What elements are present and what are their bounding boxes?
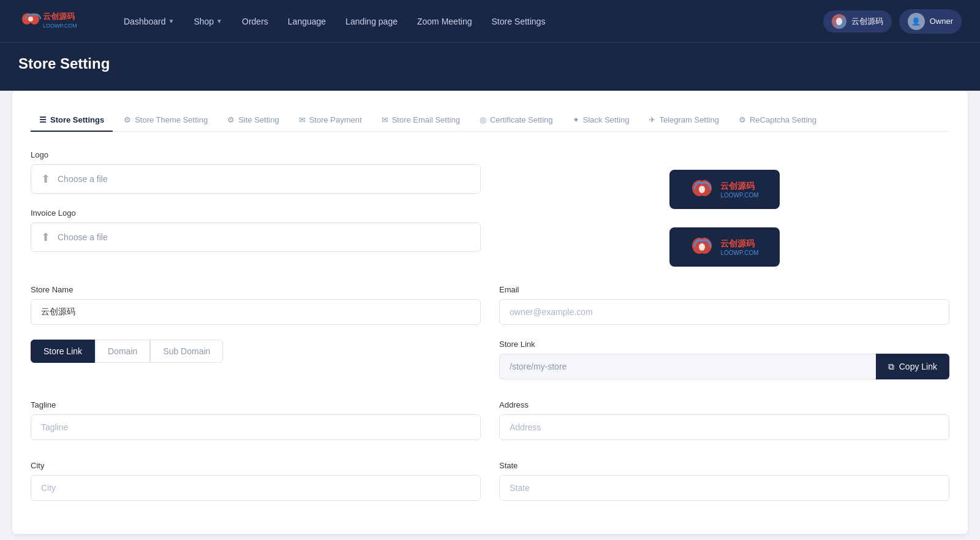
link-type-tabs: Store Link Domain Sub Domain (31, 340, 481, 363)
email-input[interactable] (499, 299, 949, 325)
link-tab-store-link[interactable]: Store Link (31, 340, 95, 363)
main-content: ☰ Store Settings ⚙ Store Theme Setting ⚙… (0, 91, 980, 540)
city-label: City (31, 461, 481, 470)
tab-store-theme-setting[interactable]: ⚙ Store Theme Setting (115, 109, 216, 132)
certificate-icon: ◎ (480, 115, 486, 124)
brand-badge: 云创源码 (823, 10, 892, 32)
store-link-section: Store Link Domain Sub Domain Store Link … (31, 340, 949, 394)
tab-telegram-setting[interactable]: ✈ Telegram Setting (640, 109, 728, 132)
store-link-label: Store Link (499, 340, 949, 349)
store-name-email-section: Store Name Email (31, 285, 949, 340)
nav-dashboard[interactable]: Dashboard ▼ (116, 12, 181, 31)
logo-right-col: 云创源码 LOOWP.COM 云创源码 (499, 150, 949, 273)
nav-landing-page[interactable]: Landing page (338, 12, 405, 31)
tab-store-payment[interactable]: ✉ Store Payment (290, 109, 371, 132)
settings-card: ☰ Store Settings ⚙ Store Theme Setting ⚙… (12, 91, 968, 534)
nav-zoom-meeting[interactable]: Zoom Meeting (410, 12, 479, 31)
nav-language[interactable]: Language (281, 12, 333, 31)
copy-link-button[interactable]: ⧉ Copy Link (876, 354, 949, 379)
address-section: Address (499, 400, 949, 440)
brand-avatar-icon (832, 14, 846, 29)
logo-file-input[interactable]: ⬆ Choose a file (31, 164, 481, 194)
tab-slack-setting[interactable]: ✦ Slack Setting (564, 109, 638, 132)
email-label: Email (499, 285, 949, 294)
svg-point-4 (699, 243, 705, 251)
address-label: Address (499, 400, 949, 409)
logo-form-section: Logo ⬆ Choose a file (31, 150, 481, 194)
svg-text:云创源码: 云创源码 (43, 12, 75, 21)
store-name-label: Store Name (31, 285, 481, 294)
nav-shop[interactable]: Shop ▼ (186, 12, 230, 31)
city-input[interactable] (31, 475, 481, 501)
navbar: 云创源码 LOOWP.COM Dashboard ▼ Shop ▼ Orders… (0, 0, 980, 43)
theme-setting-icon: ⚙ (124, 115, 131, 124)
tagline-label: Tagline (31, 400, 481, 409)
chevron-down-icon: ▼ (216, 18, 222, 25)
invoice-logo-form-section: Invoice Logo ⬆ Choose a file (31, 208, 481, 252)
copy-icon: ⧉ (888, 362, 894, 372)
store-settings-icon: ☰ (39, 115, 47, 124)
store-link-left: Store Link Domain Sub Domain (31, 340, 481, 373)
avatar: 👤 (908, 13, 925, 30)
city-section: City (31, 461, 481, 501)
state-label: State (499, 461, 949, 470)
tagline-input[interactable] (31, 414, 481, 440)
link-tab-sub-domain[interactable]: Sub Domain (150, 340, 223, 363)
navbar-right: 云创源码 👤 Owner (823, 9, 962, 34)
store-link-field-section: Store Link ⧉ Copy Link (499, 340, 949, 379)
upload-icon: ⬆ (41, 172, 50, 186)
copy-link-wrapper: ⧉ Copy Link (499, 354, 949, 379)
logo-preview-1: 云创源码 LOOWP.COM (499, 164, 949, 215)
logo-label: Logo (31, 150, 481, 159)
tabs-bar: ☰ Store Settings ⚙ Store Theme Setting ⚙… (31, 109, 949, 132)
tab-store-settings[interactable]: ☰ Store Settings (31, 109, 113, 132)
nav-orders[interactable]: Orders (235, 12, 276, 31)
logo-section: Logo ⬆ Choose a file Invoice Logo ⬆ Choo… (31, 150, 949, 273)
svg-point-0 (28, 17, 33, 21)
invoice-logo-file-input[interactable]: ⬆ Choose a file (31, 222, 481, 252)
state-input[interactable] (499, 475, 949, 501)
page-header: Store Setting (0, 43, 980, 91)
nav-menu: Dashboard ▼ Shop ▼ Orders Language Landi… (116, 12, 823, 31)
state-section: State (499, 461, 949, 501)
email-section: Email (499, 285, 949, 325)
store-name-input[interactable] (31, 299, 481, 325)
page-title: Store Setting (18, 55, 962, 72)
payment-icon: ✉ (299, 115, 306, 124)
tab-recaptcha-setting[interactable]: ⚙ ReCaptcha Setting (730, 109, 825, 132)
upload-icon-2: ⬆ (41, 230, 50, 244)
email-setting-icon: ✉ (382, 115, 388, 124)
link-tab-domain[interactable]: Domain (95, 340, 150, 363)
tab-certificate-setting[interactable]: ◎ Certificate Setting (471, 109, 562, 132)
city-state-section: City State (31, 461, 949, 515)
brand-logo[interactable]: 云创源码 LOOWP.COM (18, 8, 92, 35)
svg-text:LOOWP.COM: LOOWP.COM (43, 23, 77, 29)
nav-store-settings[interactable]: Store Settings (484, 12, 552, 31)
tagline-section: Tagline (31, 400, 481, 440)
chevron-down-icon: ▼ (168, 18, 175, 25)
logo-preview-2: 云创源码 LOOWP.COM (499, 221, 949, 273)
recaptcha-icon: ⚙ (739, 115, 746, 124)
logo-left-col: Logo ⬆ Choose a file Invoice Logo ⬆ Choo… (31, 150, 481, 267)
tagline-address-section: Tagline Address (31, 400, 949, 455)
owner-menu[interactable]: 👤 Owner (899, 9, 962, 34)
slack-icon: ✦ (573, 115, 579, 124)
tab-store-email-setting[interactable]: ✉ Store Email Setting (373, 109, 469, 132)
store-link-input[interactable] (499, 354, 876, 379)
svg-point-3 (699, 186, 705, 193)
store-name-section: Store Name (31, 285, 481, 325)
site-setting-icon: ⚙ (227, 115, 235, 124)
telegram-icon: ✈ (649, 115, 655, 124)
invoice-logo-label: Invoice Logo (31, 208, 481, 218)
tab-site-setting[interactable]: ⚙ Site Setting (219, 109, 288, 132)
address-input[interactable] (499, 414, 949, 440)
